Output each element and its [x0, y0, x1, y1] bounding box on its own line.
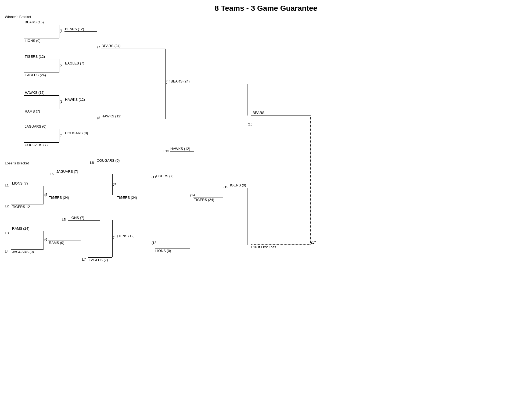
l6-line: [56, 174, 88, 174]
l13-line: [170, 151, 194, 152]
bears24-line: [101, 49, 165, 49]
tigers0-line: [227, 188, 247, 188]
label-l6: L6: [50, 172, 53, 176]
team-rams-0: RAMS (0): [49, 241, 64, 245]
game-num-3: (3: [60, 100, 63, 103]
team-lions-7b: LIONS (7): [69, 216, 84, 220]
game-num-13: (13: [166, 80, 170, 84]
lions0b-line: [155, 248, 190, 248]
game-num-5: (5: [44, 193, 47, 197]
hawks12c-line: [101, 119, 165, 119]
cougars0-line: [64, 136, 97, 136]
l7-line: [88, 257, 112, 258]
g15-vline: [223, 179, 223, 197]
team-eagles-7: EAGLES (7): [65, 61, 84, 65]
team-bears-24: BEARS (24): [102, 44, 121, 48]
team-lions-0: LIONS (0): [25, 39, 41, 43]
team-tigers-24c: TIGERS (24): [194, 198, 214, 202]
game-num-17: (17: [311, 241, 316, 244]
g13-vline: [165, 49, 166, 119]
g12-vline2: [151, 239, 151, 248]
tigers24c-line: [193, 197, 223, 197]
cougars-bottom-line: [24, 142, 59, 143]
team-tigers-7: TIGERS (7): [155, 174, 174, 178]
team-bears-final: BEARS: [253, 111, 264, 115]
hawks12b-line: [64, 102, 97, 102]
team-cougars-0b: COUGARS (0): [97, 158, 120, 163]
team-bears-24b: BEARS (24): [171, 79, 190, 83]
team-tigers-24: TIGERS (24): [49, 196, 69, 200]
team-tigers-12: TIGERS (12): [25, 55, 45, 59]
team-tigers-24b: TIGERS (24): [117, 196, 137, 200]
label-l7: L7: [82, 257, 86, 261]
g11-vline: [151, 163, 151, 195]
team-cougars-0: COUGARS (0): [65, 131, 88, 135]
l4-line: [11, 249, 44, 250]
l16-label: L16 If First Loss: [251, 245, 276, 249]
label-l1: L1: [5, 183, 9, 187]
team-hawks-12c: HAWKS (12): [102, 114, 121, 118]
g12-vline3: [151, 248, 151, 258]
rams0-line: [48, 240, 81, 240]
game-num-1: (1: [60, 29, 63, 33]
team-tigers-12b: TIGERS 12: [12, 205, 30, 209]
lions12-line: [116, 239, 151, 239]
bears-top-line: [24, 25, 59, 25]
g6-vline: [44, 231, 44, 249]
lions-bottom-line: [24, 38, 59, 38]
game-num-6: (6: [44, 238, 47, 241]
team-bears-12: BEARS (12): [65, 27, 84, 31]
g3-vline: [59, 95, 59, 109]
g1-vline: [59, 25, 59, 38]
game-num-4: (4: [60, 134, 63, 137]
label-l3: L3: [5, 231, 9, 235]
label-l8: L8: [90, 161, 94, 165]
team-jaguars-0b: JAGUARS (0): [12, 250, 34, 254]
team-lions-12: LIONS (12): [117, 234, 135, 238]
g7-vline: [97, 31, 97, 66]
rams-bottom-line: [24, 109, 59, 109]
game-num-7: (7: [97, 45, 100, 49]
eagles-bottom-line: [24, 73, 59, 73]
bears12-line: [64, 31, 97, 32]
team-eagles-24: EAGLES (24): [25, 73, 46, 77]
eagles7-line: [64, 66, 97, 66]
l1-line: [11, 186, 44, 186]
l8-line: [96, 163, 120, 163]
team-jaguars-0: JAGUARS (0): [25, 124, 46, 128]
team-jaguars-7: JAGUARS (7): [56, 170, 78, 174]
g9-vline: [112, 174, 113, 195]
bracket-container: 8 Teams - 3 Game Guarantee Winner's Brac…: [0, 0, 532, 411]
jaguars-top-line: [24, 129, 59, 129]
tigers24b-line: [116, 195, 151, 195]
tigers7-line: [155, 179, 190, 179]
l3-line: [11, 231, 44, 231]
team-hawks-12: HAWKS (12): [25, 91, 45, 95]
g14-vline: [190, 151, 190, 248]
label-l2: L2: [5, 204, 9, 208]
game-num-9: (9: [113, 182, 116, 186]
game-num-14: (14: [190, 193, 195, 197]
team-tigers-0: TIGERS (0): [228, 183, 246, 187]
team-cougars-7: COUGARS (7): [25, 143, 48, 147]
g16-vline: [247, 84, 247, 116]
game-num-8: (8: [97, 116, 100, 120]
team-rams-7: RAMS (7): [25, 109, 40, 113]
team-hawks-12d: HAWKS (12): [170, 147, 190, 151]
game-num-12: (12: [152, 241, 156, 245]
team-lions-0b: LIONS (0): [155, 249, 171, 253]
l5-line: [68, 220, 100, 221]
bears-final-line: [251, 116, 310, 116]
team-eagles-7b: EAGLES (7): [89, 258, 108, 262]
label-l5: L5: [62, 218, 66, 222]
l2-line: [11, 204, 44, 204]
winners-bracket-label: Winner's Bracket: [5, 15, 31, 19]
g2-vline: [59, 59, 59, 73]
g17-vline-dash: [310, 116, 311, 244]
g10-vline: [112, 220, 113, 257]
g5-vline: [44, 186, 44, 204]
label-l13: L13: [163, 149, 169, 153]
g16-loser-vline: [247, 188, 247, 245]
hawks-top-line: [24, 95, 59, 96]
team-lions-7: LIONS (7): [12, 181, 28, 185]
